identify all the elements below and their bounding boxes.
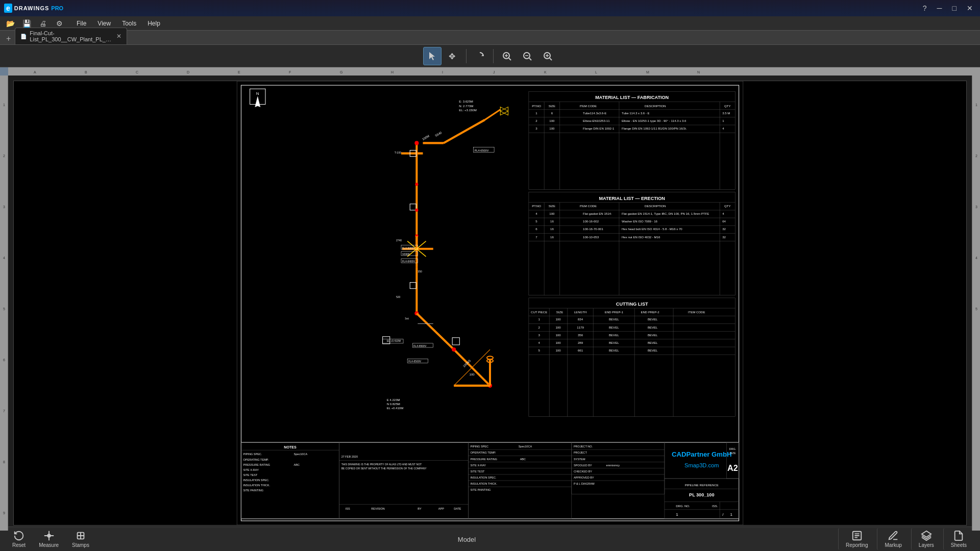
svg-text:100: 100 xyxy=(555,334,561,337)
svg-text:100: 100 xyxy=(549,127,555,130)
svg-text:E: 3.625M: E: 3.625M xyxy=(459,100,473,103)
svg-text:J: J xyxy=(493,70,495,74)
svg-text:2: 2 xyxy=(3,154,5,158)
svg-text:INSULATION SPEC.: INSULATION SPEC. xyxy=(243,479,270,482)
svg-text:Elbow - EN 10253-1 type 3D - 9: Elbow - EN 10253-1 type 3D - 90° - 114.3… xyxy=(622,119,687,122)
status-model: Model xyxy=(458,535,476,544)
svg-text:BEVEL: BEVEL xyxy=(609,326,619,329)
svg-marker-0 xyxy=(429,52,435,60)
svg-text:F: F xyxy=(289,70,291,74)
svg-text:Elbow-EN10253-11: Elbow-EN10253-11 xyxy=(583,119,610,122)
svg-text:END PREP-2: END PREP-2 xyxy=(641,311,659,314)
svg-text:P & L DIAGRAM: P & L DIAGRAM xyxy=(574,482,595,485)
svg-text:356: 356 xyxy=(578,334,583,337)
svg-text:Flat gasket EN 1514-1, Type IB: Flat gasket EN 1514-1, Type IBC, DN 100,… xyxy=(622,212,709,215)
svg-point-67 xyxy=(414,141,419,145)
logo-pro: PRO xyxy=(51,5,63,11)
svg-text:M: M xyxy=(646,70,649,74)
toolbar-separator-2 xyxy=(493,49,494,63)
stamps-button[interactable]: Stamps xyxy=(66,528,95,550)
svg-text:SITE TEST: SITE TEST xyxy=(471,470,485,473)
svg-text:REVISION: REVISION xyxy=(371,507,385,510)
add-tab-button[interactable]: + xyxy=(2,33,15,44)
svg-point-98 xyxy=(452,347,456,352)
svg-text:PL4-6500V: PL4-6500V xyxy=(475,149,489,152)
measure-label: Measure xyxy=(39,542,59,548)
svg-text:PRESSURE RATING: PRESSURE RATING xyxy=(243,463,270,466)
status-right-controls: Reporting Markup Layers Sheets xyxy=(838,528,974,550)
svg-text:5: 5 xyxy=(3,307,5,311)
svg-text:MATERIAL LIST — ERECTION: MATERIAL LIST — ERECTION xyxy=(599,196,665,201)
markup-button[interactable]: Markup xyxy=(877,528,909,550)
help-button[interactable]: ? xyxy=(920,3,930,13)
select-tool[interactable] xyxy=(423,47,442,65)
svg-text:FL4-6300V: FL4-6300V xyxy=(402,246,415,249)
svg-text:SIZE: SIZE xyxy=(729,452,736,455)
svg-text:BEVEL: BEVEL xyxy=(609,341,619,344)
logo-e-badge: e xyxy=(4,4,12,13)
zoom-out-tool[interactable] xyxy=(518,47,536,65)
svg-text:PROJECT: PROJECT xyxy=(574,451,587,454)
svg-text:EL +0.410M: EL +0.410M xyxy=(387,339,401,342)
svg-text:SITE X-RAY: SITE X-RAY xyxy=(471,464,486,467)
svg-text:BEVEL: BEVEL xyxy=(648,349,658,352)
zoom-in-tool[interactable] xyxy=(538,47,557,65)
close-button[interactable]: ✕ xyxy=(964,3,976,13)
svg-text:Flat gasket EN 1514-: Flat gasket EN 1514- xyxy=(583,212,612,215)
svg-line-4 xyxy=(509,58,511,60)
menu-help[interactable]: Help xyxy=(142,18,165,29)
toolbar-separator-1 xyxy=(466,49,467,63)
tab-close-button[interactable]: ✕ xyxy=(116,33,121,40)
svg-text:L: L xyxy=(595,70,597,74)
layers-button[interactable]: Layers xyxy=(911,528,941,550)
stamps-label: Stamps xyxy=(72,542,89,548)
document-tab[interactable]: 📄 Final-Cut-List_PL_300__CW_Plant_PL_300… xyxy=(15,28,127,44)
svg-text:Hex nut EN ISO 4032 - M16: Hex nut EN ISO 4032 - M16 xyxy=(622,236,660,239)
svg-text:ABC: ABC xyxy=(520,458,526,461)
reset-button[interactable]: Reset xyxy=(6,528,32,550)
svg-text:1179: 1179 xyxy=(577,326,584,329)
svg-text:7: 7 xyxy=(3,409,5,413)
ruler-right: 1 2 3 4 5 xyxy=(972,76,980,531)
drawing-canvas[interactable]: N E: 3.625M N: 2.773M EL: +3.150M xyxy=(8,76,972,531)
svg-text:APP: APP xyxy=(438,507,444,510)
svg-text:FL4-6500V: FL4-6500V xyxy=(413,344,427,347)
svg-text:CUTTING LIST: CUTTING LIST xyxy=(616,302,648,307)
svg-point-68 xyxy=(415,183,418,186)
svg-text:INSULATION THICK.: INSULATION THICK. xyxy=(243,484,270,487)
measure-button[interactable]: Measure xyxy=(33,528,65,550)
svg-text:100-16-002: 100-16-002 xyxy=(583,220,599,223)
svg-text:E 4.223M: E 4.223M xyxy=(387,398,400,402)
restore-button[interactable]: □ xyxy=(949,3,960,13)
svg-text:PIPELINE REFERENCE: PIPELINE REFERENCE xyxy=(685,484,719,487)
svg-text:CHECKED BY: CHECKED BY xyxy=(574,470,592,473)
svg-text:OPERATING TEMP.: OPERATING TEMP. xyxy=(471,451,496,454)
svg-text:MATERIAL LIST  —  FABRICATION: MATERIAL LIST — FABRICATION xyxy=(595,95,669,100)
minimize-button[interactable]: ─ xyxy=(934,3,945,13)
svg-text:Flange DIN EN 1092-1/11 B1/DN : Flange DIN EN 1092-1/11 B1/DN 100/PN 16/… xyxy=(622,127,687,130)
rotate-tool[interactable] xyxy=(471,47,489,65)
drawing-area[interactable]: A B C D E F G H I J K L M N 1 2 3 xyxy=(0,67,980,531)
sheets-button[interactable]: Sheets xyxy=(943,528,974,550)
svg-text:EL +0.410M: EL +0.410M xyxy=(387,407,404,410)
svg-line-8 xyxy=(529,58,531,60)
svg-text:THIS DRAWING IS THE PROPERTY O: THIS DRAWING IS THE PROPERTY OF ALIAS LT… xyxy=(341,463,422,466)
ruler-top: A B C D E F G H I J K L M N xyxy=(8,67,980,76)
svg-text:3: 3 xyxy=(975,205,977,209)
svg-text:B: B xyxy=(85,70,87,74)
svg-text:SITE PAINTING: SITE PAINTING xyxy=(243,489,263,492)
pan-tool[interactable]: ✥ xyxy=(444,47,462,65)
svg-text:DRG. NO.: DRG. NO. xyxy=(676,505,690,508)
svg-text:100: 100 xyxy=(549,212,555,215)
svg-text:PT.NO: PT.NO xyxy=(532,105,541,108)
svg-text:PIPING SPEC: PIPING SPEC xyxy=(471,445,488,448)
svg-text:C: C xyxy=(136,70,138,74)
svg-line-11 xyxy=(550,58,552,60)
svg-text:1: 1 xyxy=(730,512,732,517)
reporting-button[interactable]: Reporting xyxy=(838,528,875,550)
zoom-fit-tool[interactable] xyxy=(498,47,516,65)
svg-text:LENGTH: LENGTH xyxy=(574,311,587,314)
svg-text:100: 100 xyxy=(555,326,561,329)
svg-text:100-16-70-001: 100-16-70-001 xyxy=(583,228,603,231)
svg-text:G: G xyxy=(340,70,342,74)
